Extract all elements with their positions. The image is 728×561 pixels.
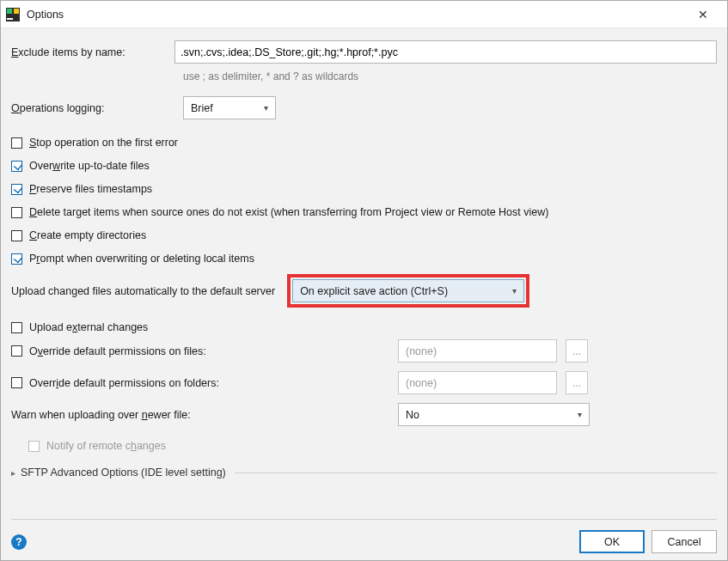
stop-on-error-checkbox[interactable]: Stop operation on the first error [11,131,717,155]
checkbox-icon [11,253,22,265]
ops-logging-label: Operations logging: [11,102,183,114]
override-folders-checkbox[interactable]: Override default permissions on folders: [11,377,389,389]
ops-logging-combo[interactable]: Brief ▾ [183,96,276,119]
svg-rect-3 [7,18,13,20]
checkbox-icon [11,137,22,149]
exclude-hint: use ; as delimiter, * and ? as wildcards [183,70,717,82]
preserve-ts-checkbox[interactable]: Preserve files timestamps [11,178,717,201]
ops-logging-row: Operations logging: Brief ▾ [11,96,717,119]
window-close-button[interactable]: ✕ [686,2,720,27]
upload-external-checkbox[interactable]: Upload external changes [11,316,717,339]
checkbox-icon [11,161,22,172]
override-files-checkbox[interactable]: Override default permissions on files: [11,345,389,357]
divider [235,473,717,473]
chevron-down-icon: ▾ [573,410,585,419]
ok-button[interactable]: OK [579,530,645,553]
warn-newer-row: Warn when uploading over newer file: No … [11,403,717,426]
titlebar: Options ✕ [1,1,727,28]
notify-remote-checkbox: Notify of remote changes [11,435,717,458]
app-icon [6,8,20,21]
checkbox-icon [28,441,40,452]
checkbox-icon [11,230,22,241]
checkbox-icon [11,207,22,218]
triangle-right-icon: ▸ [11,468,15,478]
upload-auto-row: Upload changed files automatically to th… [11,274,717,308]
folders-permissions-input[interactable]: (none) [398,371,557,394]
content-area: Exclude items by name: use ; as delimite… [1,28,727,560]
override-folders-row: Override default permissions on folders:… [11,371,717,394]
override-files-row: Override default permissions on files: (… [11,339,717,363]
svg-rect-2 [14,9,19,14]
checkbox-icon [11,377,22,388]
files-permissions-browse-button[interactable]: ... [566,339,588,363]
exclude-label: Exclude items by name: [11,46,174,58]
help-icon[interactable]: ? [11,534,27,550]
upload-auto-combo[interactable]: On explicit save action (Ctrl+S) ▾ [292,279,524,302]
checkbox-icon [11,184,22,195]
options-dialog: Options ✕ Exclude items by name: use ; a… [0,0,728,561]
warn-newer-combo[interactable]: No ▾ [398,403,590,426]
checkbox-icon [11,345,22,357]
exclude-row: Exclude items by name: [11,40,717,64]
files-permissions-input[interactable]: (none) [398,339,557,363]
cancel-button[interactable]: Cancel [652,530,717,553]
delete-targets-checkbox[interactable]: Delete target items when source ones do … [11,201,717,224]
folders-permissions-browse-button[interactable]: ... [566,371,588,394]
expander-label: SFTP Advanced Options (IDE level setting… [21,466,226,479]
chevron-down-icon: ▾ [508,286,520,296]
warn-newer-label: Warn when uploading over newer file: [11,404,389,426]
create-empty-checkbox[interactable]: Create empty directories [11,224,717,247]
checkbox-group-1: Stop operation on the first error Overwr… [11,131,717,271]
prompt-overwrite-checkbox[interactable]: Prompt when overwriting or deleting loca… [11,247,717,271]
dialog-footer: ? OK Cancel [11,519,717,553]
window-title: Options [27,9,64,21]
highlight-annotation: On explicit save action (Ctrl+S) ▾ [287,274,529,308]
overwrite-utd-checkbox[interactable]: Overwrite up-to-date files [11,155,717,178]
sftp-advanced-expander[interactable]: ▸ SFTP Advanced Options (IDE level setti… [11,458,717,483]
svg-rect-1 [7,9,12,14]
exclude-input[interactable] [174,40,717,64]
checkbox-icon [11,322,22,333]
chevron-down-icon: ▾ [260,103,272,113]
upload-auto-label: Upload changed files automatically to th… [11,285,275,297]
